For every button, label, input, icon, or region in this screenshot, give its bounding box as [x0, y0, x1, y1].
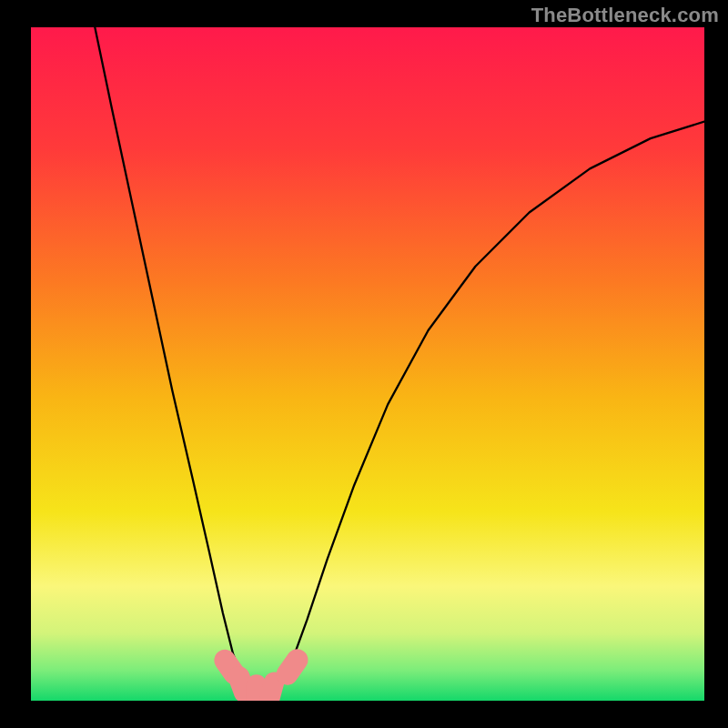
gradient-background	[31, 27, 704, 701]
plot-area	[31, 27, 704, 701]
chart-frame: TheBottleneck.com	[0, 0, 728, 728]
bottleneck-chart	[31, 27, 704, 701]
watermark-text: TheBottleneck.com	[531, 4, 719, 27]
